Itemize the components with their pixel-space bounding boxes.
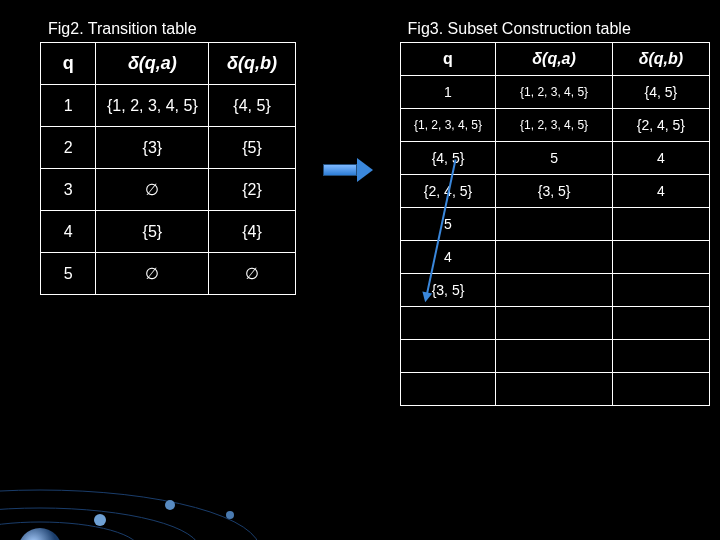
- svg-point-3: [94, 514, 106, 526]
- table-row: [400, 340, 709, 373]
- table-row: [400, 307, 709, 340]
- header-delta-b: δ(q,b): [209, 43, 295, 85]
- arrow-icon: [316, 160, 380, 180]
- svg-point-4: [165, 500, 175, 510]
- table-row: {3, 5}: [400, 274, 709, 307]
- header-delta-a: δ(q,a): [496, 43, 612, 76]
- header-delta-a: δ(q,a): [96, 43, 209, 85]
- table-row: 4: [400, 241, 709, 274]
- svg-point-5: [226, 511, 234, 519]
- transition-table: q δ(q,a) δ(q,b) 1 {1, 2, 3, 4, 5} {4, 5}…: [40, 42, 296, 295]
- table-row: 1 {1, 2, 3, 4, 5} {4, 5}: [400, 76, 709, 109]
- header-q: q: [41, 43, 96, 85]
- svg-point-6: [18, 528, 62, 540]
- table-row: {1, 2, 3, 4, 5} {1, 2, 3, 4, 5} {2, 4, 5…: [400, 109, 709, 142]
- table-row: {4, 5} 5 4: [400, 142, 709, 175]
- header-q: q: [400, 43, 496, 76]
- table-row: 4 {5} {4}: [41, 211, 296, 253]
- table-row: 5 ∅ ∅: [41, 253, 296, 295]
- table-row: 5: [400, 208, 709, 241]
- fig2-title: Fig2. Transition table: [40, 20, 296, 38]
- svg-point-2: [0, 522, 140, 540]
- table-row: 3 ∅ {2}: [41, 169, 296, 211]
- header-delta-b: δ(q,b): [612, 43, 709, 76]
- table-row: 2 {3} {5}: [41, 127, 296, 169]
- fig3-title: Fig3. Subset Construction table: [400, 20, 710, 38]
- table-row: [400, 373, 709, 406]
- subset-construction-table: q δ(q,a) δ(q,b) 1 {1, 2, 3, 4, 5} {4, 5}…: [400, 42, 710, 406]
- table-row: 1 {1, 2, 3, 4, 5} {4, 5}: [41, 85, 296, 127]
